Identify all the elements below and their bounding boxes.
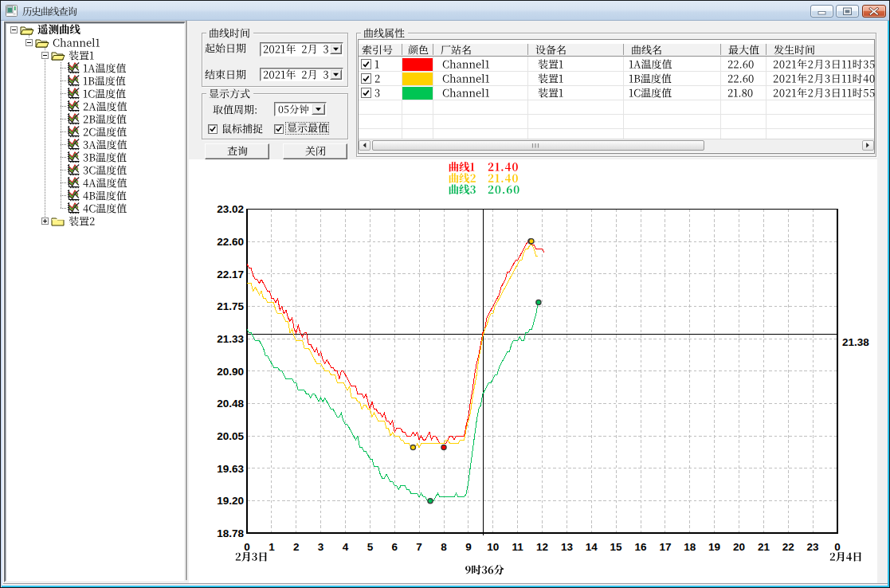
- svg-text:20.48: 20.48: [217, 398, 244, 410]
- svg-text:21: 21: [758, 541, 770, 553]
- svg-text:7: 7: [416, 541, 422, 553]
- svg-text:17: 17: [659, 541, 671, 553]
- svg-text:22: 22: [782, 541, 794, 553]
- svg-text:11: 11: [512, 541, 523, 553]
- svg-text:9: 9: [465, 541, 472, 553]
- svg-text:13: 13: [561, 541, 574, 553]
- svg-text:21.75: 21.75: [217, 300, 244, 312]
- svg-text:20.05: 20.05: [217, 430, 244, 442]
- svg-text:8: 8: [441, 541, 447, 553]
- svg-text:1: 1: [269, 541, 275, 553]
- svg-text:3: 3: [318, 541, 324, 553]
- svg-text:19: 19: [708, 541, 720, 553]
- svg-text:20.90: 20.90: [217, 366, 244, 378]
- svg-text:14: 14: [586, 541, 598, 553]
- svg-text:18.78: 18.78: [217, 527, 244, 539]
- svg-text:0: 0: [834, 541, 841, 553]
- svg-text:21.33: 21.33: [217, 333, 244, 345]
- svg-text:0: 0: [244, 541, 250, 553]
- svg-text:6: 6: [391, 541, 398, 553]
- svg-text:21.38: 21.38: [842, 336, 869, 348]
- svg-text:19.63: 19.63: [217, 463, 244, 475]
- svg-text:20: 20: [733, 541, 745, 553]
- svg-text:16: 16: [634, 541, 647, 553]
- svg-text:19.20: 19.20: [217, 495, 244, 507]
- svg-text:12: 12: [536, 541, 548, 553]
- svg-text:2: 2: [293, 541, 300, 553]
- svg-text:22.60: 22.60: [217, 236, 244, 248]
- svg-text:18: 18: [684, 541, 696, 553]
- svg-text:10: 10: [487, 541, 499, 553]
- svg-text:23.02: 23.02: [217, 203, 244, 215]
- svg-text:5: 5: [367, 541, 374, 553]
- svg-text:22.17: 22.17: [217, 269, 244, 280]
- svg-text:4: 4: [343, 541, 349, 553]
- svg-text:15: 15: [610, 541, 623, 553]
- svg-text:23: 23: [807, 541, 820, 553]
